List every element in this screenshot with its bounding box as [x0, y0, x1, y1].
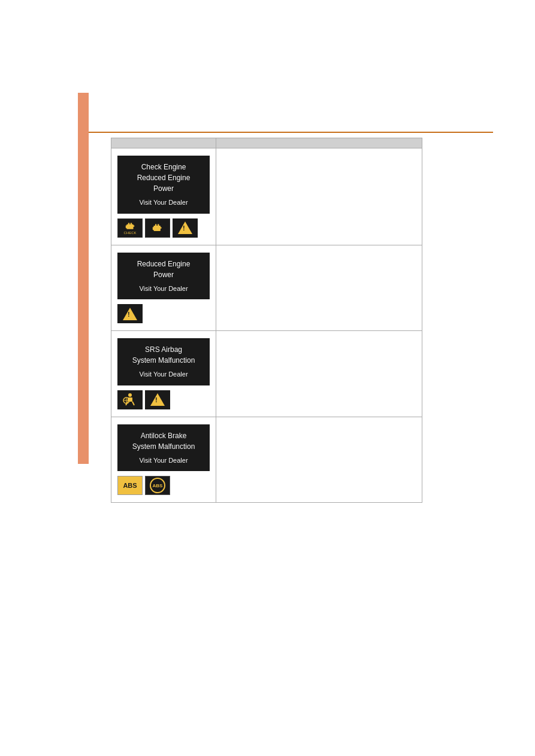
triangle-icon-3 [145, 390, 170, 409]
table-row: Reduced Engine Power Visit Your Dealer [111, 245, 422, 331]
check-text: CHECK [123, 231, 136, 235]
warning-title-2a: Reduced Engine [122, 259, 205, 269]
svg-rect-4 [131, 223, 132, 224]
icon-row-2 [117, 304, 210, 323]
triangle-shape-2 [123, 308, 137, 320]
col-header-2 [216, 138, 422, 148]
abs-circle-label: ABS [153, 483, 163, 488]
airbag-svg [121, 392, 139, 408]
svg-rect-1 [126, 225, 128, 228]
icon-row-3 [117, 390, 210, 409]
triangle-shape-1 [178, 221, 192, 234]
warning-box-3: SRS Airbag System Malfunction Visit Your… [117, 338, 210, 385]
svg-rect-9 [158, 224, 159, 226]
sidebar-bar [78, 93, 89, 464]
warning-title-1b: Reduced Engine [122, 172, 205, 183]
warning-title-3a: SRS Airbag [122, 344, 205, 355]
check-engine-icon: CHECK [117, 218, 143, 238]
svg-rect-3 [128, 223, 129, 224]
warning-table: Check Engine Reduced Engine Power Visit … [111, 138, 422, 503]
abs-label: ABS [123, 482, 137, 489]
abs-text-icon: ABS [117, 476, 143, 495]
warning-box-1: Check Engine Reduced Engine Power Visit … [117, 156, 210, 214]
visit-dealer-4: Visit Your Dealer [122, 456, 205, 466]
svg-rect-5 [153, 225, 160, 230]
left-cell-3: SRS Airbag System Malfunction Visit Your… [111, 331, 216, 417]
svg-line-13 [132, 402, 134, 405]
right-cell-1 [216, 148, 422, 245]
col-header-1 [111, 138, 216, 148]
airbag-icon [117, 390, 143, 409]
visit-dealer-2: Visit Your Dealer [122, 284, 205, 294]
warning-title-1c: Power [122, 183, 205, 194]
warning-title-3b: System Malfunction [122, 355, 205, 366]
warning-box-4: Antilock Brake System Malfunction Visit … [117, 424, 210, 472]
icon-row-4: ABS ABS [117, 476, 210, 495]
engine-svg [150, 223, 165, 233]
table-row: Check Engine Reduced Engine Power Visit … [111, 148, 422, 245]
warning-title-2b: Power [122, 269, 205, 280]
svg-rect-8 [155, 224, 156, 226]
visit-dealer-3: Visit Your Dealer [122, 369, 205, 379]
svg-point-10 [128, 393, 132, 397]
orange-divider-line [89, 132, 493, 133]
abs-circle-inner: ABS [150, 478, 165, 493]
left-cell-4: Antilock Brake System Malfunction Visit … [111, 417, 216, 503]
table-row: Antilock Brake System Malfunction Visit … [111, 417, 422, 503]
svg-rect-2 [132, 225, 134, 226]
right-cell-4 [216, 417, 422, 503]
triangle-icon-1 [173, 218, 198, 238]
svg-rect-7 [159, 227, 161, 228]
svg-rect-6 [153, 227, 155, 230]
engine-icon [145, 218, 170, 238]
abs-circle-icon: ABS [145, 476, 170, 495]
icon-row-1: CHECK [117, 218, 210, 238]
right-cell-3 [216, 331, 422, 417]
triangle-shape-3 [150, 393, 165, 406]
triangle-icon-2 [117, 304, 143, 323]
warning-box-2: Reduced Engine Power Visit Your Dealer [117, 253, 210, 300]
right-cell-2 [216, 245, 422, 331]
visit-dealer-1: Visit Your Dealer [122, 198, 205, 208]
left-cell-1: Check Engine Reduced Engine Power Visit … [111, 148, 216, 245]
warning-title-1a: Check Engine [122, 162, 205, 172]
engine-check-svg [122, 221, 138, 231]
main-content: Check Engine Reduced Engine Power Visit … [111, 138, 422, 503]
left-cell-2: Reduced Engine Power Visit Your Dealer [111, 245, 216, 331]
table-row: SRS Airbag System Malfunction Visit Your… [111, 331, 422, 417]
warning-title-4a: Antilock Brake [122, 430, 205, 441]
warning-title-4b: System Malfunction [122, 441, 205, 452]
svg-rect-0 [126, 224, 133, 229]
